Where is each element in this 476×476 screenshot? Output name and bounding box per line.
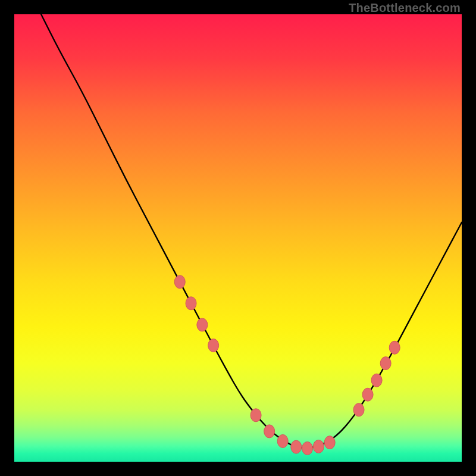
curve-marker [371,374,382,387]
curve-marker [380,357,391,370]
curve-marker [174,275,185,289]
curve-marker [353,403,364,416]
curve-marker [362,388,373,401]
watermark-text: TheBottleneck.com [349,1,461,15]
curve-marker [291,440,302,453]
curve-marker [277,434,288,447]
chart-frame [14,14,462,462]
curve-marker [250,409,261,422]
bottleneck-curve [41,14,462,448]
curve-marker [324,436,335,449]
curve-marker [197,318,208,331]
curve-marker [186,297,196,310]
curve-marker [208,339,219,352]
curve-marker [389,341,400,354]
curve-marker [302,441,313,455]
plot-area [14,14,462,462]
curve-marker [264,425,275,438]
curve-marker [313,440,324,453]
marker-group [174,275,400,455]
curve-layer [14,14,462,462]
